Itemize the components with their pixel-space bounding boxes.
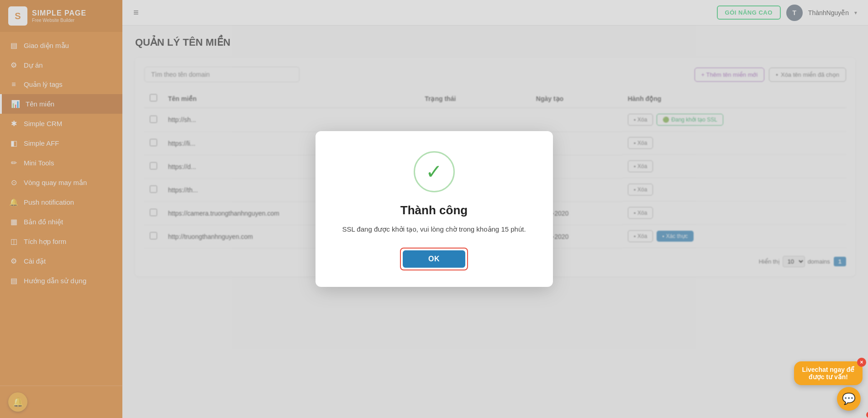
- ok-button-wrapper: OK: [400, 248, 468, 270]
- livechat-button[interactable]: 💬: [837, 387, 861, 411]
- success-modal: ✓ Thành công SSL đang được khởi tạo, vui…: [316, 131, 553, 287]
- modal-overlay: ✓ Thành công SSL đang được khởi tạo, vui…: [0, 0, 868, 418]
- success-circle: ✓: [414, 151, 455, 192]
- modal-description: SSL đang được khởi tạo, vui lòng chờ tro…: [337, 224, 531, 235]
- modal-title: Thành công: [337, 203, 531, 217]
- livechat-text: Livechat ngay để được tư vấn!: [802, 366, 855, 381]
- checkmark-icon: ✓: [426, 162, 442, 182]
- ok-button[interactable]: OK: [403, 250, 465, 268]
- livechat-bubble: × Livechat ngay để được tư vấn!: [794, 361, 863, 385]
- livechat-close-icon[interactable]: ×: [857, 358, 866, 367]
